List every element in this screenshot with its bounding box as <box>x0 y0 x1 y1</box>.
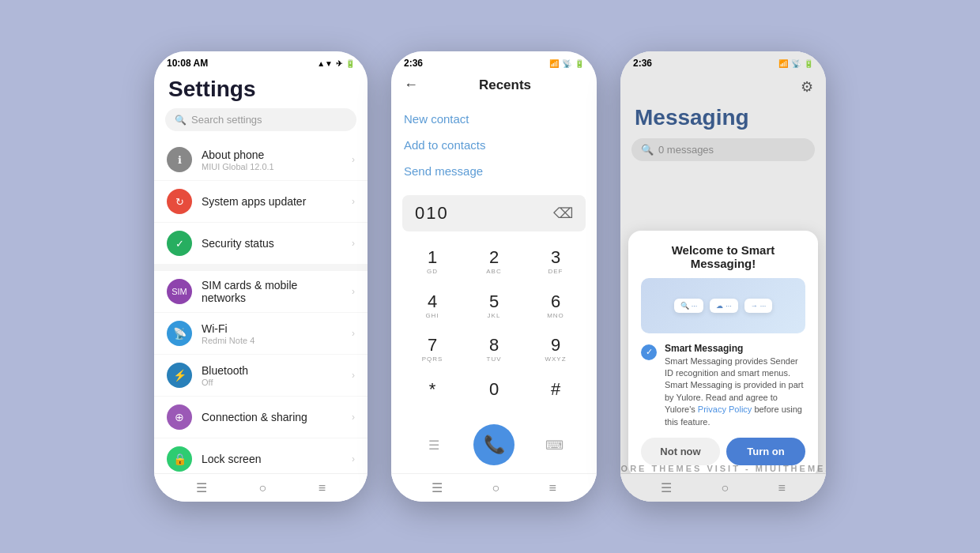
connection-label: Connection & sharing <box>202 411 342 423</box>
add-contacts-action[interactable]: Add to contacts <box>404 132 584 158</box>
dialed-number: 010 <box>415 203 449 224</box>
dial-num-hash: # <box>551 380 560 399</box>
nav-back-3[interactable]: ≡ <box>778 481 785 495</box>
search-icon: 🔍 <box>175 115 187 126</box>
contacts-button[interactable]: ⌨ <box>540 431 568 459</box>
cloud-card-icon: ☁ <box>716 302 723 310</box>
wifi-2: 📡 <box>562 59 571 68</box>
turn-on-button[interactable]: Turn on <box>726 438 805 465</box>
dialpad: 1 GD 2 ABC 3 DEF 4 GHI 5 JKL 6 MNO <box>391 238 597 418</box>
settings-item-sim[interactable]: SIM SIM cards & mobile networks › <box>154 271 368 313</box>
nav-back-2[interactable]: ≡ <box>548 481 556 495</box>
dial-key-3[interactable]: 3 DEF <box>526 241 586 284</box>
dialer-screen: 2:36 📶 📡 🔋 ← Recents New contact Add to … <box>391 51 597 502</box>
dial-num-9: 9 <box>551 336 560 355</box>
bluetooth-icon: ⚡ <box>167 363 192 388</box>
system-apps-label: System apps updater <box>202 195 342 208</box>
battery-icon: 🔋 <box>345 59 355 68</box>
dial-key-1[interactable]: 1 GD <box>402 241 462 284</box>
connection-chevron: › <box>352 412 355 423</box>
nav-bar-1: ☰ ○ ≡ <box>154 473 368 502</box>
dial-key-2[interactable]: 2 ABC <box>464 241 524 284</box>
security-icon: ✓ <box>167 231 192 256</box>
dial-key-5[interactable]: 5 JKL <box>464 285 524 328</box>
status-icons-1: ▲▼ ✈ 🔋 <box>317 59 355 68</box>
nav-menu-2[interactable]: ☰ <box>432 480 443 495</box>
dial-letters-1: GD <box>427 268 438 276</box>
dial-letters-7: PQRS <box>422 356 443 363</box>
not-now-button[interactable]: Not now <box>641 438 720 465</box>
sim-label: SIM cards & mobile networks <box>202 279 342 304</box>
dialog-title: Welcome to Smart Messaging! <box>641 243 805 270</box>
signal-2: 📶 <box>549 59 559 68</box>
arrow-card-icon: → <box>751 302 758 310</box>
dialog-image: 🔍 ··· ☁ ··· → ··· <box>641 278 805 333</box>
status-bar-1: 10:08 AM ▲▼ ✈ 🔋 <box>154 51 368 72</box>
lock-icon: 🔒 <box>167 446 192 472</box>
dial-key-4[interactable]: 4 GHI <box>402 285 462 328</box>
dial-key-hash[interactable]: # <box>526 373 586 416</box>
dial-letters-6: MNO <box>547 312 564 320</box>
dial-num-1: 1 <box>428 248 437 267</box>
settings-item-about[interactable]: ℹ About phone MIUI Global 12.0.1 › <box>154 139 368 181</box>
about-text: About phone MIUI Global 12.0.1 <box>202 149 342 171</box>
search-placeholder: Search settings <box>191 114 262 126</box>
messaging-phone: 2:36 📶 📡 🔋 ⚙ Messaging 🔍 0 messages Welc… <box>620 51 826 502</box>
settings-phone: 10:08 AM ▲▼ ✈ 🔋 Settings 🔍 Search settin… <box>154 51 368 502</box>
send-message-action[interactable]: Send message <box>404 158 584 184</box>
back-button[interactable]: ← <box>404 77 418 93</box>
dial-key-7[interactable]: 7 PQRS <box>402 329 462 371</box>
security-chevron: › <box>352 238 355 249</box>
dial-key-6[interactable]: 6 MNO <box>526 285 586 328</box>
dialog-img-card-2: ☁ ··· <box>710 299 738 313</box>
settings-item-bluetooth[interactable]: ⚡ Bluetooth Off › <box>154 355 368 397</box>
system-apps-text: System apps updater <box>202 195 342 208</box>
dialog-img-card-3: → ··· <box>744 299 773 313</box>
dial-key-8[interactable]: 8 TUV <box>464 329 524 371</box>
privacy-policy-link[interactable]: Privacy Policy <box>698 404 752 414</box>
wifi-settings-icon: 📡 <box>167 321 192 346</box>
dial-num-0: 0 <box>489 380 499 399</box>
number-display: 010 ⌫ <box>402 195 586 231</box>
nav-home-1[interactable]: ○ <box>258 481 266 495</box>
nav-home-3[interactable]: ○ <box>721 481 729 495</box>
bluetooth-label: Bluetooth <box>202 364 342 377</box>
nav-menu-1[interactable]: ☰ <box>196 480 207 495</box>
feature-content: Smart Messaging Smart Messaging provides… <box>665 343 805 428</box>
messaging-screen: 2:36 📶 📡 🔋 ⚙ Messaging 🔍 0 messages Welc… <box>620 51 826 502</box>
nav-back-1[interactable]: ≡ <box>318 481 326 495</box>
connection-text: Connection & sharing <box>202 411 342 423</box>
settings-item-wifi[interactable]: 📡 Wi-Fi Redmi Note 4 › <box>154 313 368 355</box>
dial-key-star[interactable]: * <box>402 373 462 416</box>
wifi-text: Wi-Fi Redmi Note 4 <box>202 322 342 345</box>
settings-item-system-apps[interactable]: ↻ System apps updater › <box>154 181 368 223</box>
sim-chevron: › <box>352 286 355 297</box>
keypad-toggle-button[interactable]: ☰ <box>420 431 448 459</box>
dial-num-2: 2 <box>489 248 499 267</box>
dialog-img-card-1: 🔍 ··· <box>674 299 704 313</box>
settings-title: Settings <box>154 72 368 108</box>
call-button[interactable]: 📞 <box>473 424 514 465</box>
time-2: 2:36 <box>404 58 423 69</box>
connection-icon: ⊕ <box>167 404 192 430</box>
backspace-button[interactable]: ⌫ <box>553 205 573 222</box>
settings-item-lock[interactable]: 🔒 Lock screen › <box>154 438 368 473</box>
new-contact-action[interactable]: New contact <box>404 106 584 132</box>
wifi-label: Wi-Fi <box>202 322 342 335</box>
search-card-icon: 🔍 <box>680 302 689 310</box>
lock-text: Lock screen <box>202 453 342 465</box>
nav-home-2[interactable]: ○ <box>492 481 499 495</box>
feature-title: Smart Messaging <box>665 343 805 354</box>
dial-key-9[interactable]: 9 WXYZ <box>526 329 586 371</box>
dial-num-3: 3 <box>551 248 560 267</box>
settings-item-security[interactable]: ✓ Security status › <box>154 223 368 265</box>
feature-check-icon: ✓ <box>641 344 657 360</box>
settings-item-connection[interactable]: ⊕ Connection & sharing › <box>154 397 368 438</box>
security-text: Security status <box>202 237 342 250</box>
dial-key-0[interactable]: 0 <box>464 373 524 416</box>
settings-search-bar[interactable]: 🔍 Search settings <box>165 108 356 131</box>
feature-text: Smart Messaging provides Sender ID recog… <box>665 356 805 428</box>
nav-menu-3[interactable]: ☰ <box>661 480 672 495</box>
recent-actions: New contact Add to contacts Send message <box>391 101 597 189</box>
dialer-header: ← Recents <box>391 72 597 101</box>
